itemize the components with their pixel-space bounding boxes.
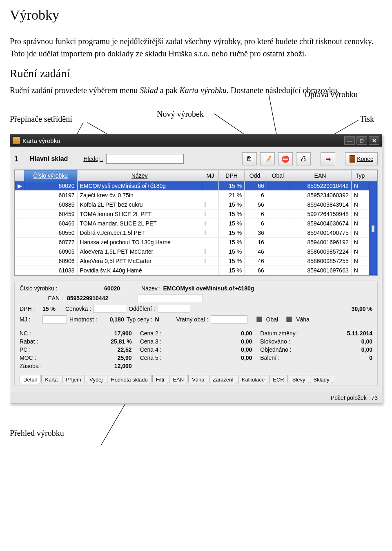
val-typceny: N: [155, 316, 163, 323]
table-row[interactable]: 60385Kofola 2L PET bez cukrul15 %5685940…: [15, 200, 377, 210]
label-cenovka: Cenovka :: [65, 306, 91, 312]
window: Karta výrobku — □ ✕ 1 Hlavní sklad Hlede…: [10, 134, 382, 404]
annot-prep: Přepínače setřídění: [10, 114, 72, 124]
price-row: PC :22,52: [20, 346, 132, 354]
search-input[interactable]: [106, 154, 184, 164]
bottom-tab[interactable]: EAN: [169, 375, 187, 384]
checkbox-vaha[interactable]: [286, 317, 292, 322]
label-cislo: Číslo výrobku :: [20, 285, 65, 292]
document-edit-icon: 📝: [263, 155, 272, 163]
detail-panel: Číslo výrobku : 60020 Název : EMCOMysli …: [14, 281, 378, 386]
bottom-tab[interactable]: Filtr: [152, 375, 169, 384]
price-row: MOC :25,90: [20, 354, 132, 362]
val-cislo: 60020: [67, 285, 120, 292]
export-button[interactable]: ➡: [321, 152, 335, 165]
annot-prehled: Přehled výrobku: [10, 428, 382, 438]
price-row: NC :17,900: [20, 329, 132, 337]
bottom-tab[interactable]: Výdej: [86, 375, 107, 384]
col-header-obal[interactable]: Obal: [267, 170, 289, 181]
bottom-tab[interactable]: ECR: [269, 375, 287, 384]
val-nazev: EMCOMysli oveMinisuš.oř+č180g: [163, 285, 254, 292]
price-col-left: NC :17,900Rabat :25,81 %PC :22,52MOC :25…: [20, 329, 132, 370]
warehouse-name: Hlavní sklad: [30, 155, 68, 163]
table-row[interactable]: 60550Dobrá v.Jem.per.1,5l PETl15 %368594…: [15, 228, 377, 238]
price-row: Cena 4 :0,00: [140, 346, 252, 354]
bottom-tab[interactable]: Zařazení: [209, 375, 237, 384]
bottom-tab[interactable]: Detail: [20, 375, 40, 384]
table-row[interactable]: 60466TOMA mandar. SLICE 2L PETl15 %68594…: [15, 219, 377, 228]
scrollbar[interactable]: [369, 181, 377, 275]
annot-novy: Nový výrobek: [157, 109, 204, 119]
table-row[interactable]: 60197Zaječí krev čv. 0,75ln21 %685952340…: [15, 191, 377, 200]
bottom-tab[interactable]: Příjem: [62, 375, 85, 384]
price-row: Cena 2 :0,00: [140, 329, 252, 337]
col-header-ean[interactable]: EAN: [289, 170, 352, 181]
col-header-typ[interactable]: Typ: [351, 170, 369, 181]
titlebar[interactable]: Karta výrobku — □ ✕: [10, 134, 382, 147]
bottom-tab[interactable]: Hodnota skladu: [107, 375, 151, 384]
val-ean: 8595229910442: [67, 295, 108, 301]
grid-header-row: Číslo výrobku Název MJ DPH Odd. Obal EAN…: [15, 170, 377, 181]
bottom-tab[interactable]: Váha: [188, 375, 208, 384]
annot-tisk: Tisk: [360, 114, 374, 124]
edit-button[interactable]: 📝: [260, 152, 275, 165]
maximize-button[interactable]: □: [356, 136, 367, 145]
field-oddeleni[interactable]: [158, 305, 190, 313]
bottom-tabs: DetailKartaPříjemVýdejHodnota skladuFilt…: [20, 375, 372, 384]
col-header-mj[interactable]: MJ: [202, 170, 218, 181]
val-hmotnost: 0,180: [100, 316, 124, 323]
bottom-tab[interactable]: Kalkulace: [238, 375, 268, 384]
col-header-odd[interactable]: Odd.: [245, 170, 267, 181]
export-icon: ➡: [325, 155, 331, 163]
price-col-mid: Cena 2 :0,00Cena 3 :0,00Cena 4 :0,00Cena…: [140, 329, 252, 370]
price-row: Cena 3 :0,00: [140, 337, 252, 346]
bottom-tab[interactable]: Karta: [41, 375, 61, 384]
app-icon: [13, 137, 20, 144]
new-button[interactable]: 🗎: [242, 152, 257, 165]
field-vratny[interactable]: [211, 315, 247, 323]
field-nazev2[interactable]: [138, 294, 203, 302]
table-row[interactable]: 60459TOMA lemon SLICE 2L PETl15 %6599726…: [15, 210, 377, 219]
price-row: Datum změny :5.11.2014: [260, 329, 372, 337]
price-row: Zásoba :12,000: [20, 362, 132, 370]
table-row[interactable]: 60777Harissa zel.pochout.TO 130g Hame15 …: [15, 238, 377, 247]
intro-paragraph: Pro správnou funkci programu je nejdůlež…: [10, 35, 382, 60]
label-hmotnost: Hmotnost :: [69, 316, 97, 323]
table-row[interactable]: 61038Povidla šv.K 440g Hamé15 %668594001…: [15, 266, 377, 275]
close-button[interactable]: ✕: [369, 136, 379, 145]
table-row[interactable]: ▶60020EMCOMysli oveMinisuš.oř+č180g15 %6…: [15, 181, 377, 191]
search-label: Hledej :: [83, 156, 102, 162]
page-heading: Výrobky: [10, 7, 382, 23]
bottom-tab[interactable]: Sklady: [310, 375, 333, 384]
bottom-tab[interactable]: Slevy: [289, 375, 309, 384]
label-ean: EAN :: [20, 295, 65, 301]
statusbar: Počet položek : 73: [10, 392, 382, 404]
delete-icon: ⛔: [281, 155, 290, 163]
print-button[interactable]: 🖨: [296, 152, 311, 165]
table-row[interactable]: 60905AloeVera 1,5L PET McCarterl15 %4685…: [15, 247, 377, 257]
label-vratny: Vratný obal :: [176, 316, 208, 323]
val-dph: 15 %: [42, 306, 63, 312]
col-header-dph[interactable]: DPH: [219, 170, 245, 181]
label-typceny: Typ ceny :: [127, 316, 153, 323]
checkbox-obal[interactable]: [256, 317, 262, 322]
toolbar: 1 Hlavní sklad Hledej : 🗎 📝 ⛔ 🖨 ➡ Konec: [14, 151, 378, 170]
delete-button[interactable]: ⛔: [278, 152, 293, 165]
annot-oprava: Oprava výrobku: [304, 90, 358, 99]
warehouse-number: 1: [14, 155, 27, 163]
table-row[interactable]: 60906AloeVera 0,5l PET McCarterl15 %4685…: [15, 257, 377, 266]
price-row: Balení :0: [260, 354, 372, 362]
subheading: Ruční zadání: [10, 67, 382, 80]
minimize-button[interactable]: —: [344, 136, 355, 145]
val-percent: 30,00 %: [352, 306, 372, 312]
field-cenovka[interactable]: [94, 305, 126, 313]
col-header-nazev[interactable]: Název: [77, 170, 202, 181]
close-konec-button[interactable]: Konec: [345, 152, 378, 165]
window-title: Karta výrobku: [22, 137, 60, 144]
price-row: Objednáno :0,00: [260, 346, 372, 354]
col-header-cislo[interactable]: Číslo výrobku: [24, 170, 77, 181]
printer-icon: 🖨: [300, 155, 307, 163]
status-count: Počet položek : 73: [331, 395, 378, 401]
price-col-right: Datum změny :5.11.2014Blokováno :0,00Obj…: [260, 329, 372, 370]
field-mj[interactable]: [42, 315, 67, 323]
